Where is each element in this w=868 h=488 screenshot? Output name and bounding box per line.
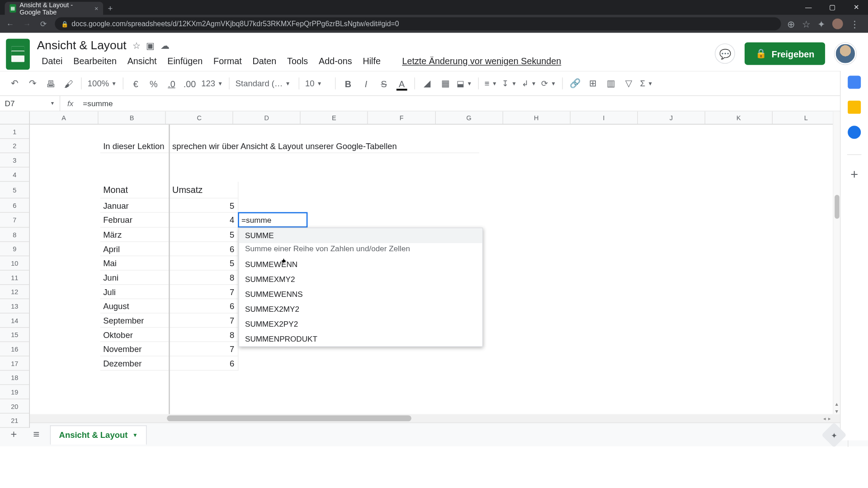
hscroll-arrows[interactable]: ◂ ▸ bbox=[821, 414, 833, 422]
row-header-15[interactable]: 15 bbox=[0, 328, 29, 342]
cells-area[interactable]: 6Dezember7November8Oktober7September6Aug… bbox=[30, 125, 840, 422]
column-header-B[interactable]: B bbox=[99, 112, 166, 124]
row-header-12[interactable]: 12 bbox=[0, 285, 29, 299]
spreadsheet-grid[interactable]: ABCDEFGHIJKL 123456789101112131415161718… bbox=[0, 112, 868, 422]
menu-datei[interactable]: Datei bbox=[37, 54, 67, 69]
h-align-button[interactable]: ≡▼ bbox=[483, 79, 498, 88]
menu-tools[interactable]: Tools bbox=[282, 54, 312, 69]
active-cell-D7[interactable]: =summe bbox=[238, 212, 307, 227]
cell-B12[interactable]: Juli bbox=[100, 285, 170, 299]
cell-C8[interactable]: 5 bbox=[170, 228, 239, 242]
row-header-18[interactable]: 18 bbox=[0, 371, 29, 385]
add-sheet-button[interactable]: + bbox=[5, 426, 23, 444]
paint-format-button[interactable]: 🖌 bbox=[61, 75, 76, 91]
menu-einfuegen[interactable]: Einfügen bbox=[163, 54, 208, 69]
autocomplete-item-summewenn[interactable]: SUMMEWENN bbox=[239, 257, 482, 272]
vscroll-thumb[interactable] bbox=[835, 195, 840, 219]
tasks-icon[interactable] bbox=[848, 126, 861, 139]
column-header-C[interactable]: C bbox=[166, 112, 233, 124]
row-header-21[interactable]: 21 bbox=[0, 413, 29, 428]
cell-C12[interactable]: 7 bbox=[170, 285, 239, 299]
document-title[interactable]: Ansicht & Layout bbox=[37, 39, 127, 52]
browser-profile-avatar[interactable] bbox=[832, 19, 843, 29]
cell-B5[interactable]: Monat bbox=[100, 182, 170, 198]
browser-tab[interactable]: Ansicht & Layout - Google Tabe × bbox=[5, 2, 104, 15]
bookmark-icon[interactable]: ☆ bbox=[802, 18, 810, 29]
menu-hilfe[interactable]: Hilfe bbox=[358, 54, 386, 69]
cell-B15[interactable]: Oktober bbox=[100, 328, 170, 342]
cell-B2[interactable]: In dieser Lektion bbox=[100, 139, 170, 153]
insert-chart-button[interactable]: ▥ bbox=[603, 75, 618, 91]
vertical-scrollbar[interactable]: ▼ ▲ bbox=[833, 112, 840, 414]
text-wrap-button[interactable]: ↲▼ bbox=[520, 79, 538, 88]
decrease-decimal-button[interactable]: .0 bbox=[164, 75, 179, 91]
move-icon[interactable]: ▣ bbox=[146, 40, 154, 51]
undo-button[interactable]: ↶ bbox=[7, 75, 23, 91]
row-header-11[interactable]: 11 bbox=[0, 271, 29, 285]
row-header-13[interactable]: 13 bbox=[0, 299, 29, 314]
comments-button[interactable]: 💬 bbox=[715, 43, 736, 64]
url-input[interactable]: 🔒 docs.google.com/spreadsheets/d/12KXm2A… bbox=[55, 17, 781, 30]
menu-format[interactable]: Format bbox=[209, 54, 247, 69]
reload-button[interactable]: ⟳ bbox=[38, 19, 49, 28]
cell-B6[interactable]: Januar bbox=[100, 198, 170, 213]
cell-C15[interactable]: 8 bbox=[170, 328, 239, 342]
forward-button[interactable]: → bbox=[21, 19, 32, 28]
font-family-select[interactable]: Standard (…▼ bbox=[234, 79, 294, 88]
column-header-F[interactable]: F bbox=[368, 112, 435, 124]
scroll-right-icon[interactable]: ▸ bbox=[828, 416, 830, 421]
number-format-select[interactable]: 123▼ bbox=[200, 79, 224, 88]
add-addon-button[interactable]: + bbox=[850, 167, 858, 182]
autocomplete-item-summex2my2[interactable]: SUMMEX2MY2 bbox=[239, 301, 482, 316]
scroll-left-icon[interactable]: ◂ bbox=[823, 416, 826, 421]
column-header-L[interactable]: L bbox=[773, 112, 840, 124]
sheet-tab-menu-icon[interactable]: ▼ bbox=[132, 432, 138, 438]
column-header-J[interactable]: J bbox=[638, 112, 705, 124]
cell-C2[interactable]: sprechen wir über Ansicht & Layout unser… bbox=[170, 139, 480, 153]
new-tab-button[interactable]: + bbox=[103, 2, 118, 15]
autocomplete-item-summexmy2[interactable]: SUMMEXMY2 bbox=[239, 272, 482, 286]
cell-C10[interactable]: 5 bbox=[170, 256, 239, 271]
column-header-G[interactable]: G bbox=[435, 112, 503, 124]
font-size-select[interactable]: 10▼ bbox=[304, 79, 330, 88]
scroll-up-icon[interactable]: ▲ bbox=[834, 402, 840, 407]
merge-cells-button[interactable]: ⬓▼ bbox=[455, 79, 473, 88]
filter-button[interactable]: ▽ bbox=[621, 75, 637, 91]
row-header-10[interactable]: 10 bbox=[0, 256, 29, 271]
autocomplete-item-summenprodukt[interactable]: SUMMENPRODUKT bbox=[239, 331, 482, 346]
cell-C14[interactable]: 7 bbox=[170, 314, 239, 328]
column-header-E[interactable]: E bbox=[301, 112, 368, 124]
row-header-17[interactable]: 17 bbox=[0, 357, 29, 371]
row-headers[interactable]: 123456789101112131415161718192021 bbox=[0, 125, 30, 428]
install-icon[interactable]: ⊕ bbox=[787, 18, 795, 29]
column-header-H[interactable]: H bbox=[503, 112, 570, 124]
strikethrough-button[interactable]: S bbox=[376, 75, 392, 91]
row-header-19[interactable]: 19 bbox=[0, 385, 29, 399]
minimize-button[interactable]: ― bbox=[797, 0, 821, 15]
menu-ansicht[interactable]: Ansicht bbox=[123, 54, 161, 69]
extensions-icon[interactable]: ✦ bbox=[817, 18, 825, 29]
cell-B14[interactable]: September bbox=[100, 314, 170, 328]
insert-comment-button[interactable]: ⊞ bbox=[585, 75, 601, 91]
row-header-5[interactable]: 5 bbox=[0, 182, 29, 198]
column-header-K[interactable]: K bbox=[705, 112, 773, 124]
column-header-A[interactable]: A bbox=[30, 112, 99, 124]
row-header-4[interactable]: 4 bbox=[0, 168, 29, 182]
cell-B17[interactable]: Dezember bbox=[100, 357, 170, 371]
cell-C7[interactable]: 4 bbox=[170, 213, 239, 228]
sheets-logo-icon[interactable] bbox=[6, 39, 30, 70]
account-avatar[interactable] bbox=[835, 43, 856, 64]
back-button[interactable]: ← bbox=[5, 19, 16, 28]
percent-button[interactable]: % bbox=[146, 75, 161, 91]
cell-B7[interactable]: Februar bbox=[100, 213, 170, 228]
menu-daten[interactable]: Daten bbox=[248, 54, 281, 69]
menu-addons[interactable]: Add-ons bbox=[314, 54, 357, 69]
column-header-D[interactable]: D bbox=[233, 112, 301, 124]
currency-button[interactable]: € bbox=[128, 75, 143, 91]
v-align-button[interactable]: ↧▼ bbox=[501, 79, 518, 88]
cell-C6[interactable]: 5 bbox=[170, 198, 239, 213]
cell-C9[interactable]: 6 bbox=[170, 242, 239, 256]
cell-C11[interactable]: 8 bbox=[170, 271, 239, 285]
cell-B9[interactable]: April bbox=[100, 242, 170, 256]
scrollbar-thumb[interactable] bbox=[167, 415, 411, 421]
